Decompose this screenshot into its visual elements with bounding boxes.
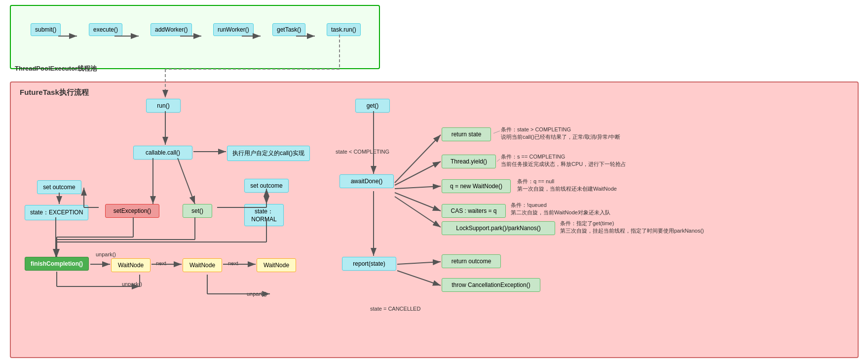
node-state-exception: state：EXCEPTION [25,205,88,220]
canvas: submit() execute() addWorker() runWorker… [0,0,868,364]
node-taskrun: task.run() [327,23,361,36]
annotation-state-cancelled: state = CANCELLED [370,305,420,313]
node-execute-user-call: 执行用户自定义的call()实现 [227,146,310,161]
node-execute: execute() [89,23,122,36]
annotation-cas-waiters: 条件：!queued 第二次自旋，当前WaitNode对象还未入队 [511,202,610,217]
node-waitnode-1: WaitNode [111,258,151,272]
node-setexception: setException() [105,204,159,218]
node-report-state: report(state) [342,257,396,271]
node-await-done: awaitDone() [340,174,394,188]
node-callable-call: callable.call() [133,146,192,160]
node-thread-yield: Thread.yield() [442,155,496,168]
annotation-locksupport: 条件：指定了get(time) 第三次自旋，挂起当前线程，指定了时间要使用par… [560,220,704,235]
main-section [10,81,859,358]
node-submit: submit() [31,23,61,36]
node-runworker: runWorker() [213,23,254,36]
node-cas-waiters: CAS : waiters = q [442,204,506,218]
node-return-outcome: return outcome [442,254,501,268]
node-gettask: getTask() [272,23,305,36]
node-waitnode-3: WaitNode [257,258,296,272]
node-return-state: return state [442,127,491,141]
node-throw-cancel: throw CancellationException() [442,278,540,292]
node-set-outcome-left: set outcome [37,180,81,194]
node-waitnode-2: WaitNode [183,258,222,272]
label-next1: next [156,260,166,267]
main-section-label: FutureTask执行流程 [20,88,89,97]
annotation-thread-yield: 条件：s == COMPLETING 当前任务接近完成状态，释放CPU，进行下一… [501,153,626,168]
node-finish-completion: finishCompletion() [25,257,89,271]
top-section-label: ThreadPoolExecutor线程池 [15,64,97,73]
node-run: run() [146,99,181,113]
node-set-outcome-right: set outcome [244,179,289,193]
label-unpark1: unpark() [96,251,116,258]
node-q-new-waitnode: q = new WaitNode() [442,179,511,193]
node-state-normal: state：NORMAL [244,204,284,226]
label-next2: next [228,260,238,267]
node-get: get() [355,99,390,113]
top-section: submit() execute() addWorker() runWorker… [10,5,380,69]
node-addworker: addWorker() [151,23,192,36]
node-locksupport: LockSupport.park()/parkNanos() [442,221,555,235]
node-set: set() [183,204,212,218]
annotation-state-completing: state < COMPLETING [336,148,389,156]
label-unpark3: unpark() [247,290,267,298]
annotation-q-new-waitnode: 条件：q == null 第一次自旋，当前线程还未创建WaitNode [517,178,617,193]
annotation-return-state: 条件：state > COMPLETING 说明当前call()已经有结果了，正… [501,126,620,141]
label-unpark2: unpark() [122,281,142,288]
